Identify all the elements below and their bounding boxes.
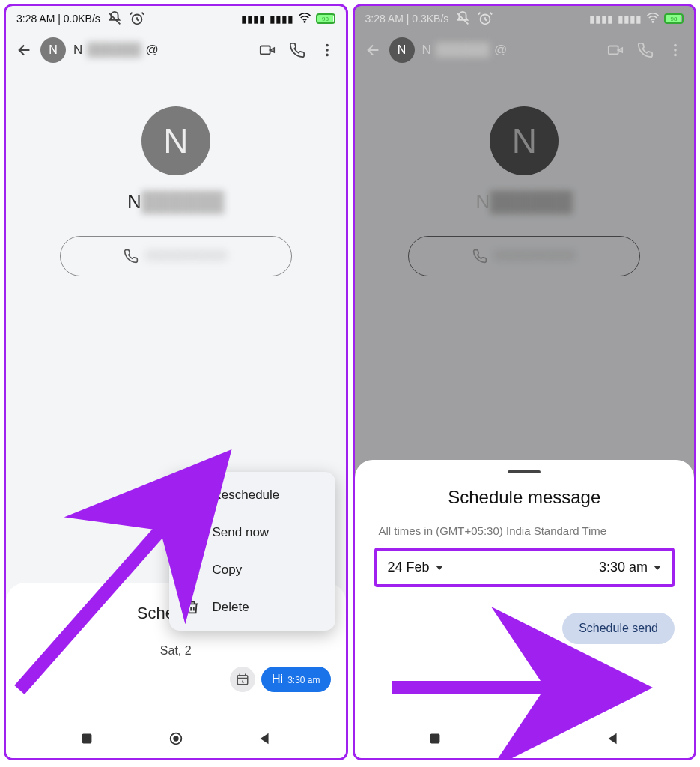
schedule-send-button[interactable]: Schedule send — [562, 613, 675, 644]
back-icon[interactable] — [16, 42, 33, 58]
svg-point-17 — [674, 44, 677, 47]
contact-name: N██████ — [476, 190, 573, 213]
svg-point-19 — [674, 54, 677, 57]
mute-icon — [106, 10, 123, 27]
schedule-message-sheet: Schedule message All times in (GMT+05:30… — [355, 460, 695, 718]
signal-icon: ▮▮▮▮ — [241, 13, 265, 25]
signal-icon-2: ▮▮▮▮ — [618, 13, 642, 25]
svg-point-23 — [523, 736, 527, 741]
sheet-handle[interactable] — [508, 470, 541, 473]
nav-home-icon[interactable] — [516, 730, 532, 747]
phone-number-pill[interactable]: 0000000000 — [408, 236, 640, 276]
wifi-icon — [646, 11, 660, 27]
nav-back-icon[interactable] — [605, 730, 621, 747]
svg-rect-9 — [186, 565, 195, 573]
signal-icon: ▮▮▮▮ — [589, 13, 613, 25]
more-icon[interactable] — [319, 42, 335, 58]
svg-point-5 — [326, 54, 329, 57]
battery-icon: 98 — [316, 13, 335, 24]
chat-header: N N ██████ @ — [6, 31, 346, 69]
svg-rect-7 — [186, 491, 198, 502]
trash-icon — [184, 599, 201, 616]
svg-rect-6 — [237, 676, 248, 685]
voice-call-icon[interactable] — [637, 42, 654, 58]
calendar-icon — [184, 487, 201, 503]
nav-recents-icon[interactable] — [79, 730, 95, 747]
phone-screenshot-right: 3:28 AM | 0.3KB/s ▮▮▮▮ ▮▮▮▮ 98 N N █████… — [353, 4, 697, 760]
context-menu: Reschedule Send now Copy Delete — [169, 472, 335, 631]
menu-item-reschedule[interactable]: Reschedule — [169, 476, 335, 514]
menu-item-copy[interactable]: Copy — [169, 551, 335, 589]
chat-header: N N ██████ @ — [355, 31, 695, 69]
scheduled-message-bubble[interactable]: Hi 3:30 am — [261, 667, 330, 692]
nav-home-icon[interactable] — [168, 730, 184, 747]
alarm-icon — [129, 10, 145, 27]
status-time: 3:28 AM | 0.0KB/s — [16, 13, 100, 25]
svg-rect-8 — [189, 567, 198, 575]
svg-point-3 — [326, 44, 329, 47]
date-selector[interactable]: 24 Feb — [388, 560, 443, 575]
svg-point-18 — [674, 49, 677, 52]
android-nav-bar — [6, 718, 346, 758]
phone-screenshot-left: 3:28 AM | 0.0KB/s ▮▮▮▮ ▮▮▮▮ 98 N N █████… — [4, 4, 348, 760]
back-icon[interactable] — [365, 42, 382, 58]
contact-title[interactable]: N ██████ @ — [73, 43, 252, 58]
datetime-highlight-box: 24 Feb 3:30 am — [374, 548, 675, 587]
alarm-icon — [477, 10, 493, 27]
menu-item-delete[interactable]: Delete — [169, 589, 335, 626]
timezone-note: All times in (GMT+05:30) India Standard … — [374, 524, 675, 537]
sheet-title: Schedule message — [374, 487, 675, 508]
chevron-down-icon — [654, 566, 661, 570]
status-time: 3:28 AM | 0.3KB/s — [365, 13, 449, 25]
contact-avatar-large: N — [490, 106, 559, 175]
contact-title[interactable]: N ██████ @ — [422, 43, 600, 58]
more-icon[interactable] — [667, 42, 684, 58]
svg-rect-11 — [82, 733, 91, 743]
svg-point-15 — [652, 21, 654, 22]
copy-icon — [184, 562, 201, 578]
voice-call-icon[interactable] — [289, 42, 305, 58]
status-bar: 3:28 AM | 0.3KB/s ▮▮▮▮ ▮▮▮▮ 98 — [355, 6, 695, 31]
phone-number-pill[interactable]: 0000000000 — [60, 236, 292, 276]
wifi-icon — [298, 11, 311, 27]
svg-rect-21 — [430, 733, 440, 743]
scheduled-date: Sat, 2 — [21, 644, 331, 658]
contact-name: N██████ — [127, 190, 224, 213]
send-icon — [184, 524, 201, 541]
menu-item-send-now[interactable]: Send now — [169, 514, 335, 551]
video-call-icon[interactable] — [607, 42, 624, 58]
svg-point-1 — [304, 21, 305, 22]
battery-icon: 98 — [664, 13, 684, 24]
contact-avatar-small[interactable]: N — [389, 37, 415, 63]
contact-avatar-large: N — [141, 106, 210, 175]
schedule-badge-icon[interactable] — [230, 667, 255, 692]
time-selector[interactable]: 3:30 am — [599, 560, 661, 575]
signal-icon-2: ▮▮▮▮ — [270, 13, 293, 25]
status-bar: 3:28 AM | 0.0KB/s ▮▮▮▮ ▮▮▮▮ 98 — [6, 6, 346, 31]
video-call-icon[interactable] — [259, 42, 276, 58]
android-nav-bar — [355, 718, 695, 758]
nav-back-icon[interactable] — [257, 730, 273, 747]
svg-point-13 — [174, 736, 178, 741]
nav-recents-icon[interactable] — [427, 730, 443, 747]
svg-point-4 — [326, 49, 329, 52]
mute-icon — [454, 10, 471, 27]
contact-avatar-small[interactable]: N — [40, 37, 66, 63]
chevron-down-icon — [436, 566, 443, 570]
